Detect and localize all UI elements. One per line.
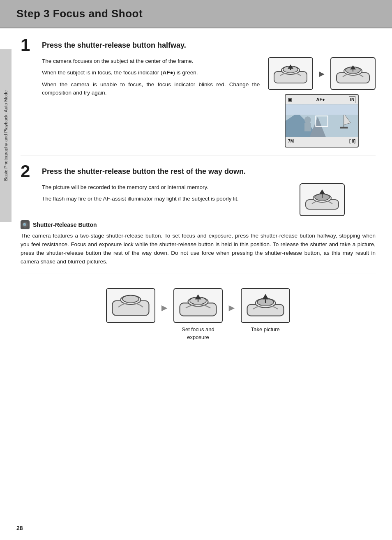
step1-number: 1 — [21, 37, 35, 54]
lcd-camera-icon: ▣ — [288, 96, 292, 103]
step1-body: The camera focuses on the subject at the… — [21, 57, 376, 148]
svg-rect-16 — [286, 105, 358, 115]
shutter-svg — [272, 61, 309, 86]
svg-point-18 — [304, 116, 311, 124]
lcd-bottom-bar: 7M [ 8] — [286, 137, 358, 145]
lcd-shots: [ 8] — [349, 138, 355, 144]
arrow-right-1: ► — [317, 67, 326, 81]
shutter-full-svg — [304, 187, 341, 212]
lcd-in-icon: IN — [349, 96, 355, 103]
diagram-item-2: Set focus and exposure — [173, 288, 223, 342]
page-header: Step 3 Focus and Shoot — [0, 0, 392, 28]
diagram-item-1 — [106, 288, 155, 323]
step1-para2: When the subject is in focus, the focus … — [42, 69, 260, 77]
diagram-section: ► Set focus and exposure ► — [21, 284, 376, 342]
shutter-half-result-img — [330, 57, 376, 90]
diagram-label-1: Set focus and exposure — [178, 325, 219, 342]
scene-svg — [286, 104, 358, 137]
main-content: 1 Press the shutter-release button halfw… — [0, 28, 392, 350]
lcd-screen-img: ▣ AF● IN — [285, 94, 359, 148]
diagram-img-2 — [173, 288, 223, 323]
shutter-half-press-img — [268, 57, 313, 90]
shutter-pressed-svg — [334, 61, 371, 86]
step1-section: 1 Press the shutter-release button halfw… — [21, 37, 376, 155]
diagram-svg-2 — [178, 291, 219, 320]
svg-text:🔍: 🔍 — [23, 222, 28, 228]
step1-para3: When the camera is unable to focus, the … — [42, 81, 260, 97]
diagram-label-2: Take picture — [251, 325, 280, 334]
step2-body: The picture will be recorded to the memo… — [21, 183, 376, 216]
diagram-svg-3 — [245, 291, 286, 320]
step1-text: The camera focuses on the subject at the… — [21, 57, 260, 148]
step2-title: Press the shutter-release button the res… — [42, 166, 246, 177]
svg-marker-38 — [262, 294, 269, 299]
diagram-svg-1 — [110, 291, 151, 320]
lcd-scene — [286, 104, 358, 137]
side-tab: Basic Photography and Playback: Auto Mod… — [0, 49, 12, 222]
step2-number: 2 — [21, 163, 35, 180]
step1-images-row: ► — [268, 57, 376, 90]
page-title: Step 3 Focus and Shoot — [16, 6, 384, 22]
note-title-text: Shutter-Release Button — [33, 221, 97, 229]
side-tab-label: Basic Photography and Playback: Auto Mod… — [2, 90, 9, 181]
note-icon: 🔍 — [21, 220, 30, 229]
step2-para1: The picture will be recorded to the memo… — [42, 183, 261, 192]
note-box: 🔍 Shutter-Release Button The camera feat… — [21, 220, 376, 266]
lcd-megapixel: 7M — [288, 138, 294, 144]
page-number: 28 — [16, 524, 23, 533]
page-number-text: 28 — [16, 525, 23, 531]
step2-images — [269, 183, 376, 216]
step2-para2: The flash may fire or the AF-assist illu… — [42, 195, 261, 203]
lcd-top-bar: ▣ AF● IN — [286, 95, 358, 104]
step1-title: Press the shutter-release button halfway… — [42, 40, 186, 51]
svg-rect-19 — [304, 123, 311, 132]
diagram-arrow-1: ► — [159, 300, 169, 315]
shutter-full-press-img — [300, 183, 345, 216]
diagram-img-3 — [241, 288, 290, 323]
diagram-item-3: Take picture — [241, 288, 290, 334]
svg-point-29 — [122, 295, 139, 303]
note-title: 🔍 Shutter-Release Button — [21, 220, 376, 229]
lcd-af-indicator: AF● — [316, 96, 325, 103]
step1-images: ► — [268, 57, 376, 148]
diagram-img-1 — [106, 288, 155, 323]
step2-text: The picture will be recorded to the memo… — [21, 183, 261, 216]
note-text: The camera features a two-stage shutter-… — [21, 232, 376, 266]
step1-header: 1 Press the shutter-release button halfw… — [21, 37, 376, 54]
diagram-arrow-2: ► — [227, 300, 237, 315]
svg-marker-23 — [319, 189, 325, 194]
step2-header: 2 Press the shutter-release button the r… — [21, 163, 376, 180]
step2-section: 2 Press the shutter-release button the r… — [21, 163, 376, 274]
step1-para1: The camera focuses on the subject at the… — [42, 57, 260, 65]
note-icon-svg: 🔍 — [22, 222, 28, 228]
